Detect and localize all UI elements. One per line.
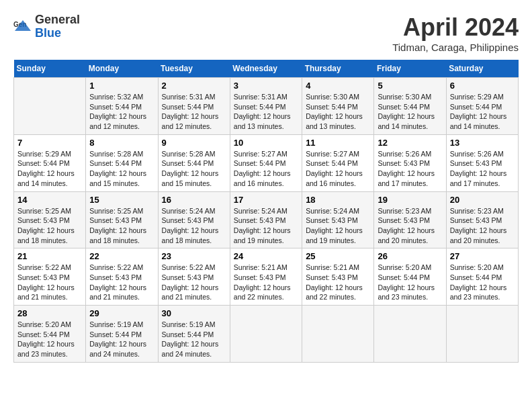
calendar-cell: 21Sunrise: 5:22 AM Sunset: 5:43 PM Dayli… <box>14 248 86 306</box>
calendar-cell <box>446 306 518 363</box>
day-number: 30 <box>162 308 226 318</box>
day-number: 22 <box>89 251 154 261</box>
page-header: Gen General Blue April 2024 Tidman, Cara… <box>13 13 519 53</box>
calendar-cell: 20Sunrise: 5:23 AM Sunset: 5:43 PM Dayli… <box>446 191 518 248</box>
calendar-cell: 5Sunrise: 5:30 AM Sunset: 5:44 PM Daylig… <box>374 78 446 135</box>
day-number: 15 <box>89 195 154 205</box>
day-info: Sunrise: 5:20 AM Sunset: 5:44 PM Dayligh… <box>17 320 82 359</box>
day-info: Sunrise: 5:22 AM Sunset: 5:43 PM Dayligh… <box>162 263 226 302</box>
calendar-cell: 1Sunrise: 5:32 AM Sunset: 5:44 PM Daylig… <box>86 78 158 135</box>
logo-general: General <box>35 13 80 26</box>
day-number: 4 <box>306 81 370 91</box>
calendar-cell: 2Sunrise: 5:31 AM Sunset: 5:44 PM Daylig… <box>158 78 230 135</box>
day-info: Sunrise: 5:24 AM Sunset: 5:43 PM Dayligh… <box>162 206 226 246</box>
calendar-cell: 25Sunrise: 5:21 AM Sunset: 5:43 PM Dayli… <box>302 248 374 306</box>
day-info: Sunrise: 5:23 AM Sunset: 5:43 PM Dayligh… <box>450 206 515 246</box>
calendar-cell: 23Sunrise: 5:22 AM Sunset: 5:43 PM Dayli… <box>158 248 230 306</box>
day-info: Sunrise: 5:27 AM Sunset: 5:44 PM Dayligh… <box>234 149 298 189</box>
day-number: 21 <box>17 251 82 261</box>
calendar-cell: 27Sunrise: 5:20 AM Sunset: 5:44 PM Dayli… <box>446 248 518 306</box>
title-area: April 2024 Tidman, Caraga, Philippines <box>392 13 519 53</box>
calendar-cell: 16Sunrise: 5:24 AM Sunset: 5:43 PM Dayli… <box>158 191 230 248</box>
calendar-cell: 17Sunrise: 5:24 AM Sunset: 5:43 PM Dayli… <box>230 191 302 248</box>
day-info: Sunrise: 5:24 AM Sunset: 5:43 PM Dayligh… <box>234 206 298 246</box>
calendar-week-row: 1Sunrise: 5:32 AM Sunset: 5:44 PM Daylig… <box>14 78 519 135</box>
calendar-cell: 22Sunrise: 5:22 AM Sunset: 5:43 PM Dayli… <box>86 248 158 306</box>
calendar-cell: 10Sunrise: 5:27 AM Sunset: 5:44 PM Dayli… <box>230 134 302 191</box>
day-info: Sunrise: 5:19 AM Sunset: 5:44 PM Dayligh… <box>162 320 226 359</box>
column-header-friday: Friday <box>374 60 446 78</box>
calendar-cell <box>230 306 302 363</box>
day-number: 7 <box>17 138 82 148</box>
logo-icon: Gen <box>13 17 32 36</box>
logo-text: General Blue <box>35 13 80 40</box>
day-number: 13 <box>450 138 515 148</box>
calendar-cell <box>302 306 374 363</box>
day-number: 6 <box>450 81 515 91</box>
calendar-cell: 30Sunrise: 5:19 AM Sunset: 5:44 PM Dayli… <box>158 306 230 363</box>
calendar-cell: 9Sunrise: 5:28 AM Sunset: 5:44 PM Daylig… <box>158 134 230 191</box>
day-info: Sunrise: 5:26 AM Sunset: 5:43 PM Dayligh… <box>450 149 515 189</box>
calendar-cell: 7Sunrise: 5:29 AM Sunset: 5:44 PM Daylig… <box>14 134 86 191</box>
day-info: Sunrise: 5:27 AM Sunset: 5:44 PM Dayligh… <box>306 149 370 189</box>
calendar-cell <box>14 78 86 135</box>
day-info: Sunrise: 5:21 AM Sunset: 5:43 PM Dayligh… <box>234 263 298 302</box>
calendar-cell: 26Sunrise: 5:20 AM Sunset: 5:44 PM Dayli… <box>374 248 446 306</box>
day-info: Sunrise: 5:29 AM Sunset: 5:44 PM Dayligh… <box>17 149 82 189</box>
day-info: Sunrise: 5:20 AM Sunset: 5:44 PM Dayligh… <box>378 263 442 302</box>
day-info: Sunrise: 5:22 AM Sunset: 5:43 PM Dayligh… <box>17 263 82 302</box>
column-header-tuesday: Tuesday <box>158 60 230 78</box>
day-number: 10 <box>234 138 298 148</box>
calendar-header-row: SundayMondayTuesdayWednesdayThursdayFrid… <box>14 60 519 78</box>
day-number: 28 <box>17 308 82 318</box>
day-number: 17 <box>234 195 298 205</box>
day-info: Sunrise: 5:24 AM Sunset: 5:43 PM Dayligh… <box>306 206 370 246</box>
calendar-cell: 18Sunrise: 5:24 AM Sunset: 5:43 PM Dayli… <box>302 191 374 248</box>
day-number: 16 <box>162 195 226 205</box>
column-header-saturday: Saturday <box>446 60 518 78</box>
day-number: 20 <box>450 195 515 205</box>
calendar-cell: 29Sunrise: 5:19 AM Sunset: 5:44 PM Dayli… <box>86 306 158 363</box>
day-info: Sunrise: 5:30 AM Sunset: 5:44 PM Dayligh… <box>378 92 442 132</box>
day-number: 29 <box>89 308 154 318</box>
day-info: Sunrise: 5:21 AM Sunset: 5:43 PM Dayligh… <box>306 263 370 302</box>
calendar-week-row: 28Sunrise: 5:20 AM Sunset: 5:44 PM Dayli… <box>14 306 519 363</box>
column-header-wednesday: Wednesday <box>230 60 302 78</box>
calendar-cell: 24Sunrise: 5:21 AM Sunset: 5:43 PM Dayli… <box>230 248 302 306</box>
day-number: 19 <box>378 195 442 205</box>
calendar-cell <box>374 306 446 363</box>
day-number: 8 <box>89 138 154 148</box>
logo: Gen General Blue <box>13 13 80 40</box>
day-info: Sunrise: 5:19 AM Sunset: 5:44 PM Dayligh… <box>89 320 154 359</box>
calendar-cell: 8Sunrise: 5:28 AM Sunset: 5:44 PM Daylig… <box>86 134 158 191</box>
day-number: 5 <box>378 81 442 91</box>
day-info: Sunrise: 5:31 AM Sunset: 5:44 PM Dayligh… <box>234 92 298 132</box>
calendar-cell: 3Sunrise: 5:31 AM Sunset: 5:44 PM Daylig… <box>230 78 302 135</box>
day-number: 2 <box>162 81 226 91</box>
calendar-cell: 19Sunrise: 5:23 AM Sunset: 5:43 PM Dayli… <box>374 191 446 248</box>
day-info: Sunrise: 5:20 AM Sunset: 5:44 PM Dayligh… <box>450 263 515 302</box>
day-info: Sunrise: 5:22 AM Sunset: 5:43 PM Dayligh… <box>89 263 154 302</box>
day-number: 18 <box>306 195 370 205</box>
day-info: Sunrise: 5:25 AM Sunset: 5:43 PM Dayligh… <box>17 206 82 246</box>
calendar-cell: 15Sunrise: 5:25 AM Sunset: 5:43 PM Dayli… <box>86 191 158 248</box>
day-number: 27 <box>450 251 515 261</box>
day-number: 11 <box>306 138 370 148</box>
day-number: 14 <box>17 195 82 205</box>
day-info: Sunrise: 5:32 AM Sunset: 5:44 PM Dayligh… <box>89 92 154 132</box>
calendar-week-row: 21Sunrise: 5:22 AM Sunset: 5:43 PM Dayli… <box>14 248 519 306</box>
calendar-cell: 11Sunrise: 5:27 AM Sunset: 5:44 PM Dayli… <box>302 134 374 191</box>
calendar-cell: 4Sunrise: 5:30 AM Sunset: 5:44 PM Daylig… <box>302 78 374 135</box>
calendar-week-row: 7Sunrise: 5:29 AM Sunset: 5:44 PM Daylig… <box>14 134 519 191</box>
calendar-table: SundayMondayTuesdayWednesdayThursdayFrid… <box>13 60 519 363</box>
day-info: Sunrise: 5:28 AM Sunset: 5:44 PM Dayligh… <box>89 149 154 189</box>
day-number: 24 <box>234 251 298 261</box>
calendar-cell: 12Sunrise: 5:26 AM Sunset: 5:43 PM Dayli… <box>374 134 446 191</box>
day-info: Sunrise: 5:30 AM Sunset: 5:44 PM Dayligh… <box>306 92 370 132</box>
column-header-sunday: Sunday <box>14 60 86 78</box>
day-info: Sunrise: 5:29 AM Sunset: 5:44 PM Dayligh… <box>450 92 515 132</box>
logo-blue: Blue <box>35 26 61 40</box>
calendar-week-row: 14Sunrise: 5:25 AM Sunset: 5:43 PM Dayli… <box>14 191 519 248</box>
column-header-thursday: Thursday <box>302 60 374 78</box>
day-info: Sunrise: 5:25 AM Sunset: 5:43 PM Dayligh… <box>89 206 154 246</box>
